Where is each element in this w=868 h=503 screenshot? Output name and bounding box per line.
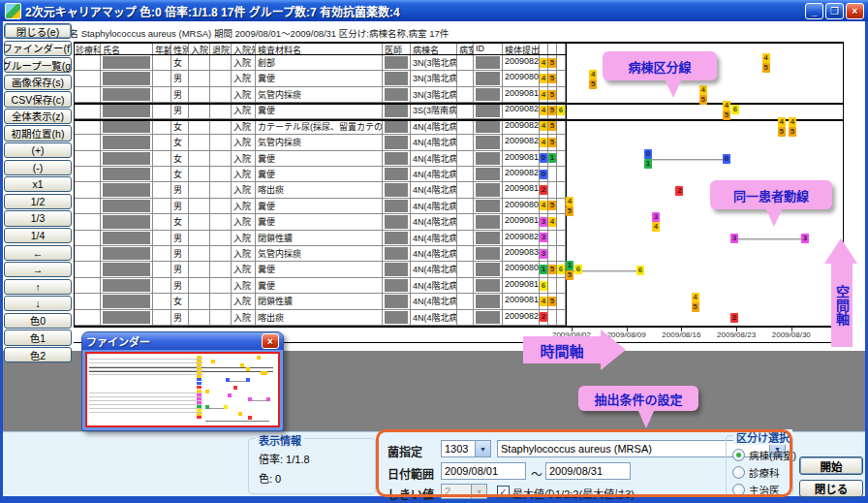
sidebar-button-4[interactable]: 画像保存(s)	[4, 75, 72, 90]
sidebar-button-7[interactable]: 初期位置(h)	[4, 125, 72, 141]
window-titlebar[interactable]: 2次元キャリアマップ 色:0 倍率:1/1.8 17件 グループ数:7 有効抗菌…	[0, 0, 868, 21]
chart-point[interactable]: 45	[762, 53, 770, 73]
table-row[interactable]: 女入院気管内採痰4N(4階北病棟)2009082945	[74, 135, 566, 150]
finder-titlebar[interactable]: ファインダー ×	[82, 332, 283, 350]
table-row[interactable]: 女入院糞便4N(4階北病棟)2009081234	[74, 214, 566, 230]
cell	[474, 262, 503, 277]
cell	[474, 182, 503, 198]
cell	[153, 246, 171, 262]
chart-point[interactable]: 01	[644, 149, 652, 169]
sidebar-button-16[interactable]: ↑	[4, 279, 72, 295]
chart-point[interactable]: 156	[566, 261, 582, 280]
finder-close-icon[interactable]: ×	[262, 333, 279, 349]
sidebar-button-9[interactable]: (-)	[4, 160, 72, 175]
minimize-button[interactable]: _	[805, 3, 823, 19]
group-cell	[548, 231, 557, 246]
group-chip-6: 6	[574, 265, 582, 274]
table-row[interactable]: 男入院糞便3S(3階南病棟)20090821456	[74, 103, 566, 118]
sidebar-button-19[interactable]: 色1	[4, 330, 72, 345]
table-row[interactable]: 男入院閉鎖性膿4N(4階北病棟)200908223	[74, 231, 566, 246]
chart-point[interactable]: 2	[675, 186, 683, 196]
table-row[interactable]: 女入院カテーテル尿(採尿、留置カテの区別不能)4N(4階北病棟)20090828…	[74, 119, 566, 135]
sidebar-button-15[interactable]: →	[4, 262, 72, 277]
cell: 男	[171, 231, 189, 246]
group-chip-6: 6	[731, 105, 739, 114]
close-button[interactable]: 閉じる	[799, 480, 863, 497]
annotation-time-axis: 時間軸	[523, 336, 601, 363]
sidebar-button-11[interactable]: 1/2	[4, 194, 72, 209]
table-row[interactable]: 男入院糞便4N(4階北病棟)200908106	[74, 278, 566, 294]
finder-dot	[264, 371, 267, 375]
redacted-value	[476, 88, 500, 101]
table-row[interactable]: 男入院気管内採痰4N(4階北病棟)200908313	[74, 246, 566, 262]
chart-point[interactable]: 45	[699, 85, 707, 105]
table-row[interactable]: 男入院喀出痰4N(4階北病棟)200908222	[74, 310, 566, 326]
cell	[457, 151, 474, 167]
chart-point[interactable]: 45	[692, 293, 699, 312]
cell	[383, 182, 411, 198]
sidebar-button-6[interactable]: 全体表示(z)	[4, 109, 72, 124]
sidebar-button-13[interactable]: 1/4	[4, 228, 72, 243]
chart-point[interactable]: 45	[566, 197, 574, 216]
max-threshold-checkbox[interactable]: ✓	[497, 486, 510, 498]
table-row[interactable]: 女入院糞便4N(4階北病棟)2009081101	[74, 151, 566, 167]
table-row[interactable]: 男入院糞便4N(4階北病棟)20090801156	[74, 262, 566, 277]
chart-point[interactable]: 2	[730, 313, 738, 323]
chart-point[interactable]: 6	[636, 266, 644, 275]
group-chip-2: 2	[540, 185, 547, 195]
cell: 3S(3階南病棟)	[411, 103, 457, 118]
bacteria-code-select[interactable]: 1303 ▼	[441, 440, 491, 457]
finder-chip	[197, 401, 202, 404]
cell	[101, 151, 153, 167]
cell	[474, 87, 503, 103]
sidebar-button-17[interactable]: ↓	[4, 296, 72, 311]
group-cell	[557, 246, 566, 262]
category-option-1[interactable]: 病棟(病室)	[732, 448, 796, 462]
sidebar-button-3[interactable]: グループ一覧(g)	[4, 57, 72, 73]
group-cell: 5	[548, 103, 557, 118]
table-row[interactable]: 男入院糞便4N(4階北病棟)2009080145	[74, 199, 566, 214]
category-option-3[interactable]: 主治医	[732, 483, 780, 497]
table-row[interactable]: 男入院気管内採痰3N(3階北病棟)2009081845	[74, 87, 566, 103]
cell	[153, 182, 171, 198]
bacteria-label: 菌指定	[388, 443, 422, 459]
sidebar-button-14[interactable]: ←	[4, 245, 72, 261]
start-button[interactable]: 開始	[799, 456, 863, 475]
date-from-input[interactable]	[441, 462, 526, 480]
category-option-2[interactable]: 診療科	[732, 465, 780, 480]
table-row[interactable]: 女入院創部3N(3階北病棟)2009082645	[74, 55, 566, 71]
finder-chip	[197, 413, 202, 416]
sidebar-button-18[interactable]: 色0	[4, 313, 72, 329]
cell: 20090818	[503, 87, 540, 103]
chart-point[interactable]: 0	[723, 154, 730, 164]
table-row[interactable]: 女入院閉鎖性膿4N(4階北病棟)2009081745	[74, 294, 566, 309]
chart-point[interactable]: 45	[778, 117, 786, 137]
sidebar-button-20[interactable]: 色2	[4, 347, 72, 362]
sidebar-button-2[interactable]: ファインダー(f)	[4, 41, 72, 56]
sidebar-button-10[interactable]: x1	[4, 176, 72, 192]
chart-point[interactable]: 34	[652, 212, 660, 232]
date-to-input[interactable]	[545, 462, 631, 480]
maximize-button[interactable]: ❐	[825, 3, 844, 19]
chart-point[interactable]: 3	[801, 234, 809, 243]
sidebar-button-5[interactable]: CSV保存(c)	[4, 91, 72, 107]
cell	[74, 167, 101, 182]
chart-point[interactable]: 456	[723, 101, 739, 120]
max-threshold-label: 最大値の1/2:2(最大値は3)	[512, 486, 635, 501]
cell: カテーテル尿(採尿、留置カテの区別不能)	[256, 119, 383, 135]
chart-point[interactable]: 3	[730, 234, 738, 243]
finder-dot	[257, 356, 261, 360]
chart-point[interactable]: 45	[589, 70, 597, 89]
table-row[interactable]: 男入院喀出痰4N(4階北病棟)200908152	[74, 182, 566, 198]
finder-minimap[interactable]	[85, 352, 280, 427]
sidebar-button-8[interactable]: (+)	[4, 142, 72, 158]
sidebar-button-1[interactable]: 閉じる(e)	[4, 23, 72, 39]
table-row[interactable]: 男入院糞便3N(3階北病棟)2009080445	[74, 71, 566, 86]
group-chip-2: 2	[675, 186, 683, 196]
chip-side: 6	[731, 105, 739, 114]
sidebar-button-12[interactable]: 1/3	[4, 210, 72, 226]
table-row[interactable]: 女入院糞便4N(4階北病棟)200908210	[74, 167, 566, 182]
close-icon[interactable]: ×	[846, 3, 864, 19]
cell	[457, 199, 474, 214]
chart-point[interactable]: 45	[789, 117, 796, 137]
